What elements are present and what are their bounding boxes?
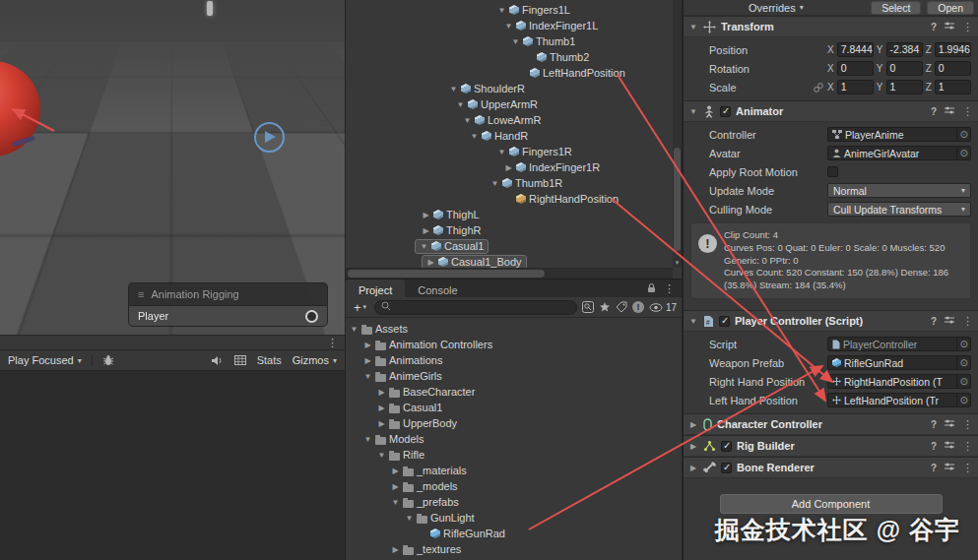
hierarchy-item[interactable]: RightHandPosition xyxy=(346,191,682,207)
hierarchy-item[interactable]: ▼HandR xyxy=(346,128,682,144)
foldout-icon[interactable]: ▼ xyxy=(463,116,472,125)
hierarchy-item[interactable]: ▼Fingers1R xyxy=(346,144,682,159)
help-icon[interactable]: ? xyxy=(931,106,937,117)
foldout-icon[interactable]: ▼ xyxy=(490,179,499,188)
transform-header[interactable]: ▼ Transform ?⋮ xyxy=(684,16,978,37)
hierarchy-item[interactable]: ▶ThighL xyxy=(346,207,682,222)
foldout-icon[interactable]: ▼ xyxy=(470,132,479,141)
foldout-icon[interactable]: ▼ xyxy=(363,372,372,381)
folder-item[interactable]: ▶_textures xyxy=(346,541,682,557)
foldout-icon[interactable]: ▶ xyxy=(377,388,386,397)
right-hand-position-field[interactable]: RightHandPosition (T ⊙ xyxy=(827,374,971,389)
prefab-asset-item[interactable]: RifleGunRad xyxy=(346,526,682,541)
add-component-button[interactable]: Add Component xyxy=(720,494,943,514)
foldout-icon[interactable]: ▼ xyxy=(449,85,458,93)
hierarchy-item[interactable]: ▼Fingers1L xyxy=(346,2,682,18)
left-hand-position-field[interactable]: LeftHandPosition (Tr ⊙ xyxy=(827,393,971,407)
folder-item[interactable]: ▼GunLight xyxy=(346,510,682,526)
culling-mode-dropdown[interactable]: Cull Update Transforms▾ xyxy=(827,202,971,217)
foldout-icon[interactable]: ▶ xyxy=(422,211,430,219)
hierarchy-item[interactable]: ▼IndexFinger1L xyxy=(346,18,682,33)
preset-icon[interactable] xyxy=(944,315,955,327)
search-input[interactable] xyxy=(374,300,577,315)
vertical-scrollbar[interactable]: ▾ xyxy=(673,0,682,268)
folder-item[interactable]: ▶Animation Controllers xyxy=(346,337,682,352)
hierarchy-panel[interactable]: ▼Fingers1L ▼IndexFinger1L ▼Thumb1 Thumb2… xyxy=(346,0,682,279)
project-tree[interactable]: ▼Assets ▶Animation Controllers ▶Animatio… xyxy=(346,319,682,560)
object-picker-icon[interactable]: ⊙ xyxy=(956,375,968,388)
folder-item[interactable]: ▶Animations xyxy=(346,352,682,368)
folder-item[interactable]: ▼Rifle xyxy=(346,447,682,463)
info-icon[interactable]: ! xyxy=(632,301,644,313)
scale-z-field[interactable]: 1 xyxy=(935,80,971,94)
kebab-menu-icon[interactable]: ⋮ xyxy=(962,315,973,328)
help-icon[interactable]: ? xyxy=(931,316,937,327)
hierarchy-item[interactable]: ▼ShoulderR xyxy=(346,81,682,96)
kebab-menu-icon[interactable]: ⋮ xyxy=(327,337,338,349)
foldout-icon[interactable]: ▼ xyxy=(363,435,372,444)
bone-renderer-header[interactable]: ▶ Bone Renderer ?⋮ xyxy=(684,457,978,478)
foldout-icon[interactable]: ▼ xyxy=(391,498,400,507)
hierarchy-item[interactable]: ▼UpperArmR xyxy=(346,96,682,112)
animation-rigging-overlay[interactable]: ≡ Animation Rigging Player xyxy=(128,282,328,327)
foldout-icon[interactable]: ▼ xyxy=(688,23,698,31)
preset-icon[interactable] xyxy=(944,105,955,117)
help-icon[interactable]: ? xyxy=(931,22,937,32)
foldout-icon[interactable]: ▶ xyxy=(422,226,430,235)
foldout-icon[interactable]: ▶ xyxy=(377,419,386,428)
character-controller-header[interactable]: ▶ Character Controller ?⋮ xyxy=(684,413,978,435)
help-icon[interactable]: ? xyxy=(931,463,937,473)
tab-project[interactable]: Project xyxy=(346,280,405,297)
folder-item[interactable]: ▼AnimeGirls xyxy=(346,368,682,384)
enabled-checkbox[interactable] xyxy=(719,316,730,327)
select-button[interactable]: Select xyxy=(871,1,921,15)
horizontal-scrollbar[interactable] xyxy=(346,268,673,279)
help-icon[interactable]: ? xyxy=(931,419,937,430)
foldout-icon[interactable]: ▼ xyxy=(688,317,698,326)
foldout-icon[interactable]: ▶ xyxy=(363,341,372,349)
preset-icon[interactable] xyxy=(944,21,955,32)
object-picker-icon[interactable]: ⊙ xyxy=(956,356,968,369)
position-y-field[interactable]: -2.384 xyxy=(886,42,923,57)
scrollbar-thumb[interactable] xyxy=(674,148,681,251)
rig-builder-header[interactable]: ▶ Rig Builder ?⋮ xyxy=(684,435,978,457)
folder-item[interactable]: ▼Models xyxy=(346,431,682,447)
preset-icon[interactable] xyxy=(944,440,955,452)
debug-icon[interactable] xyxy=(102,354,114,366)
player-controller-header[interactable]: ▼ # Player Controller (Script) ?⋮ xyxy=(684,310,978,332)
preset-icon[interactable] xyxy=(944,462,955,473)
drag-handle-icon[interactable]: ≡ xyxy=(138,288,144,300)
position-x-field[interactable]: 7.8444 xyxy=(837,42,874,57)
foldout-icon[interactable]: ▼ xyxy=(350,325,359,334)
rotation-x-field[interactable]: 0 xyxy=(837,61,874,76)
kebab-menu-icon[interactable]: ⋮ xyxy=(664,282,675,295)
position-z-field[interactable]: 1.9946 xyxy=(935,42,971,57)
kebab-menu-icon[interactable]: ⋮ xyxy=(962,105,973,118)
object-picker-icon[interactable]: ⊙ xyxy=(956,147,968,159)
open-button[interactable]: Open xyxy=(927,1,974,15)
hierarchy-item[interactable]: ▼Thumb1 xyxy=(346,33,682,49)
foldout-icon[interactable]: ▼ xyxy=(497,148,506,156)
hierarchy-item[interactable]: LeftHandPosition xyxy=(346,65,682,81)
scene-view[interactable]: ≡ Animation Rigging Player xyxy=(0,0,345,335)
foldout-icon[interactable]: ▶ xyxy=(363,356,372,365)
hierarchy-item[interactable]: ▼Thumb1R xyxy=(346,175,682,191)
mute-audio-icon[interactable] xyxy=(211,355,224,366)
audio-gizmo-icon[interactable] xyxy=(254,122,285,153)
grid-icon[interactable] xyxy=(234,355,246,365)
animator-header[interactable]: ▼ Animator ?⋮ xyxy=(684,100,978,122)
folder-item[interactable]: ▶UpperBody xyxy=(346,415,682,431)
overlay-title-bar[interactable]: ≡ Animation Rigging xyxy=(128,282,328,305)
object-picker-icon[interactable]: ⊙ xyxy=(956,394,968,406)
foldout-icon[interactable]: ▼ xyxy=(420,242,428,251)
enabled-checkbox[interactable] xyxy=(720,106,731,117)
foldout-icon[interactable]: ▶ xyxy=(391,545,400,554)
tab-console[interactable]: Console xyxy=(405,280,470,297)
scroll-down-arrow[interactable]: ▾ xyxy=(673,259,682,267)
rig-weight-dial-icon[interactable] xyxy=(305,310,318,323)
scrollbar-thumb[interactable] xyxy=(348,270,545,278)
constrain-proportions-icon[interactable] xyxy=(814,83,825,93)
foldout-icon[interactable]: ▶ xyxy=(426,258,435,267)
foldout-icon[interactable]: ▶ xyxy=(391,467,400,475)
label-icon[interactable] xyxy=(616,301,627,313)
